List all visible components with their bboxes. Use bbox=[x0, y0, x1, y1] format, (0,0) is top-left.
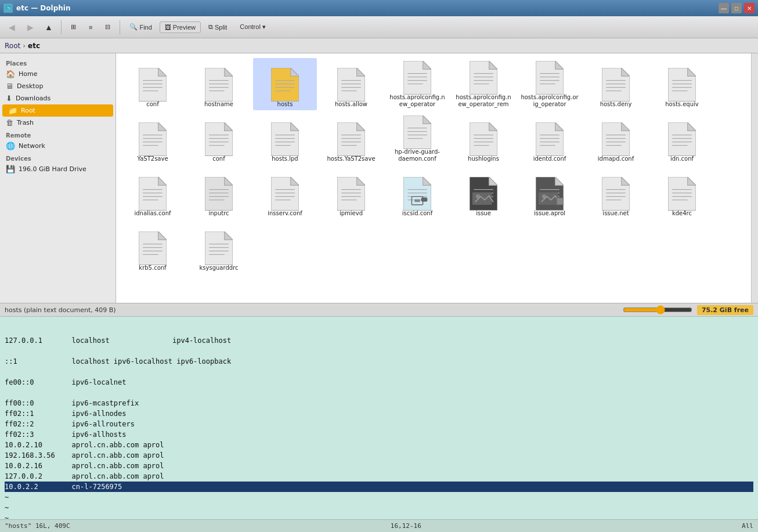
svg-marker-67 bbox=[291, 122, 299, 131]
file-icon bbox=[602, 70, 630, 100]
svg-marker-25 bbox=[423, 61, 431, 69]
vertical-scrollbar[interactable] bbox=[751, 53, 758, 303]
preview-line bbox=[5, 367, 753, 377]
file-item[interactable]: hosts.allow bbox=[319, 58, 383, 110]
svg-marker-142 bbox=[489, 177, 497, 185]
file-item[interactable]: issue.aprol bbox=[518, 167, 582, 219]
file-item[interactable]: kde4rc bbox=[650, 167, 714, 219]
file-item[interactable]: hosts.lpd bbox=[253, 113, 317, 165]
file-item[interactable]: issue.net bbox=[584, 167, 648, 219]
sidebar-item-desktop[interactable]: 🖥 Desktop bbox=[0, 80, 115, 92]
preview-line: ff02::2 ipv6-allrouters bbox=[5, 419, 753, 429]
file-item[interactable]: iscsid.conf bbox=[385, 167, 449, 219]
file-item[interactable]: issue bbox=[452, 167, 515, 219]
file-item[interactable]: hushlogins bbox=[452, 113, 515, 165]
file-label: hosts.lpd bbox=[272, 155, 298, 162]
preview-line: 127.0.0.1 localhost ipv4-localhost bbox=[5, 335, 753, 346]
file-item[interactable]: hosts.aprolconfig.new_operator bbox=[385, 58, 449, 110]
free-space-badge: 75.2 GiB free bbox=[697, 305, 753, 315]
preview-line: 10.0.2.2 cn-l-7256975 bbox=[5, 482, 753, 492]
list-view-button[interactable]: ≡ bbox=[84, 21, 98, 33]
control-button[interactable]: Control ▾ bbox=[234, 21, 271, 33]
find-button[interactable]: 🔍 Find bbox=[124, 21, 157, 33]
file-item[interactable]: hp-drive-guard-daemon.conf bbox=[385, 113, 449, 165]
svg-rect-147 bbox=[472, 193, 492, 205]
svg-marker-165 bbox=[688, 177, 696, 185]
forward-button[interactable]: ▶ bbox=[22, 19, 38, 35]
file-item[interactable]: hosts.aprolconfig.new_operator_rem bbox=[452, 58, 515, 110]
preview-line: 127.0.0.2 aprol.cn.abb.com aprol bbox=[5, 471, 753, 482]
preview-line: ff02::3 ipv6-allhosts bbox=[5, 429, 753, 440]
file-item[interactable]: ksysguarddrc bbox=[187, 222, 251, 274]
file-item[interactable]: krb5.conf bbox=[121, 222, 185, 274]
text-preview: 127.0.0.1 localhost ipv4-localhost ::1 l… bbox=[0, 316, 758, 519]
sidebar-trash-label: Trash bbox=[17, 119, 34, 126]
file-item[interactable]: hosts.equiv bbox=[650, 58, 714, 110]
file-icon bbox=[139, 70, 167, 100]
sidebar-item-trash[interactable]: 🗑 Trash bbox=[0, 117, 115, 129]
breadcrumb-current: etc bbox=[28, 42, 40, 50]
file-info: hosts (plain text document, 409 B) bbox=[5, 306, 116, 314]
file-item[interactable]: insserv.conf bbox=[253, 167, 317, 219]
file-icon bbox=[602, 124, 630, 154]
file-item[interactable]: hostname bbox=[187, 58, 251, 110]
zoom-slider[interactable] bbox=[623, 305, 692, 314]
breadcrumb-root[interactable]: Root bbox=[5, 42, 20, 50]
svg-marker-79 bbox=[423, 115, 431, 124]
sidebar-item-home[interactable]: 🏠 Home bbox=[0, 68, 115, 80]
file-icon bbox=[271, 179, 299, 209]
file-label: hp-drive-guard-daemon.conf bbox=[388, 149, 446, 162]
preview-line: 192.168.3.56 aprol.cn.abb.com aprol bbox=[5, 450, 753, 461]
app-icon: 🐬 bbox=[3, 3, 13, 13]
downloads-icon: ⬇ bbox=[6, 94, 12, 103]
sidebar-item-downloads[interactable]: ⬇ Downloads bbox=[0, 92, 115, 104]
svg-rect-139 bbox=[414, 200, 420, 202]
back-button[interactable]: ◀ bbox=[3, 19, 20, 35]
up-button[interactable]: ▲ bbox=[41, 19, 57, 35]
sidebar: Places 🏠 Home 🖥 Desktop ⬇ Downloads 📁 Ro… bbox=[0, 53, 116, 303]
maximize-button[interactable]: □ bbox=[731, 3, 742, 13]
file-item[interactable]: conf bbox=[121, 58, 185, 110]
preview-line: fe00::0 ipv6-localnet bbox=[5, 377, 753, 388]
split-button[interactable]: ⧉ Split bbox=[203, 21, 232, 33]
svg-marker-31 bbox=[489, 61, 497, 69]
file-item[interactable]: hosts.YaST2save bbox=[319, 113, 383, 165]
sidebar-root-label: Root bbox=[21, 107, 35, 114]
sidebar-item-harddrive[interactable]: 💾 196.0 GiB Hard Drive bbox=[0, 163, 115, 175]
file-label: issue.net bbox=[602, 210, 629, 217]
file-icon bbox=[403, 117, 431, 147]
sidebar-item-network[interactable]: 🌐 Network bbox=[0, 140, 115, 152]
file-item[interactable]: idmapd.conf bbox=[584, 113, 648, 165]
file-item[interactable]: ipmievd bbox=[319, 167, 383, 219]
breadcrumb: Root › etc bbox=[0, 38, 758, 53]
preview-line: 10.0.2.10 aprol.cn.abb.com aprol bbox=[5, 440, 753, 450]
compact-view-button[interactable]: ⊟ bbox=[100, 21, 115, 33]
svg-marker-109 bbox=[158, 177, 167, 185]
file-item[interactable]: YaST2save bbox=[121, 113, 185, 165]
svg-rect-140 bbox=[421, 198, 427, 201]
file-icon bbox=[337, 124, 365, 154]
file-item[interactable]: identd.conf bbox=[518, 113, 582, 165]
sidebar-item-root[interactable]: 📁 Root bbox=[2, 104, 113, 117]
window-controls[interactable]: — □ ✕ bbox=[719, 3, 755, 13]
minimize-button[interactable]: — bbox=[719, 3, 729, 13]
preview-button[interactable]: 🖼 Preview bbox=[160, 21, 201, 33]
file-item[interactable]: hosts bbox=[253, 58, 317, 110]
top-section: Places 🏠 Home 🖥 Desktop ⬇ Downloads 📁 Ro… bbox=[0, 53, 758, 303]
file-label: hosts.aprolconfig.new_operator_rem bbox=[454, 94, 512, 108]
close-button[interactable]: ✕ bbox=[744, 3, 755, 13]
file-label: hostname bbox=[204, 101, 233, 108]
desktop-icon: 🖥 bbox=[6, 82, 13, 91]
preview-line bbox=[5, 388, 753, 398]
icons-view-button[interactable]: ⊞ bbox=[66, 21, 81, 33]
file-item[interactable]: idnalias.conf bbox=[121, 167, 185, 219]
file-item[interactable]: idn.conf bbox=[650, 113, 714, 165]
file-item[interactable]: hosts.aprolconfig.orig_operator bbox=[518, 58, 582, 110]
file-item[interactable]: conf bbox=[187, 113, 251, 165]
svg-marker-91 bbox=[555, 122, 564, 131]
sidebar-places-label: Places bbox=[0, 57, 115, 68]
file-item[interactable]: hosts.deny bbox=[584, 58, 648, 110]
file-label: iscsid.conf bbox=[402, 210, 432, 217]
file-content-area: conf hostname hosts hosts.allow hosts.ap… bbox=[116, 53, 758, 303]
file-item[interactable]: inputrc bbox=[187, 167, 251, 219]
